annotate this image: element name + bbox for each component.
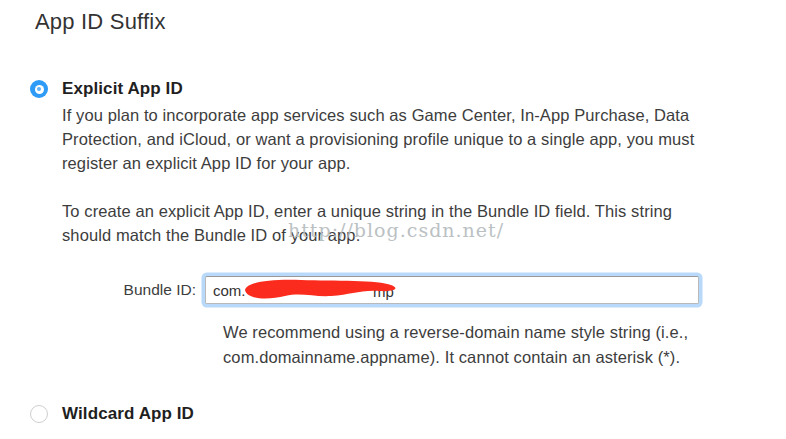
wildcard-app-id-option[interactable]: Wildcard App ID [30, 404, 194, 424]
bundle-id-help-text: We recommend using a reverse-domain name… [223, 320, 763, 370]
bundle-id-input[interactable] [205, 276, 699, 304]
explicit-app-id-option[interactable]: Explicit App ID [30, 79, 183, 99]
wildcard-app-id-radio[interactable] [30, 405, 48, 423]
bundle-id-label: Bundle ID: [62, 281, 205, 299]
explicit-app-id-radio[interactable] [30, 80, 48, 98]
bundle-id-input-wrap: mp [205, 276, 699, 304]
explicit-app-id-label[interactable]: Explicit App ID [62, 79, 183, 99]
bundle-id-instructions-paragraph: To create an explicit App ID, enter a un… [62, 199, 762, 247]
page-title: App ID Suffix [35, 9, 166, 35]
wildcard-app-id-label[interactable]: Wildcard App ID [62, 404, 194, 424]
radio-selected-indicator [35, 85, 44, 94]
bundle-id-row: Bundle ID: mp [62, 276, 699, 304]
app-id-suffix-section: App ID Suffix Explicit App ID If you pla… [0, 0, 786, 439]
explicit-description-paragraph: If you plan to incorporate app services … [62, 103, 762, 175]
